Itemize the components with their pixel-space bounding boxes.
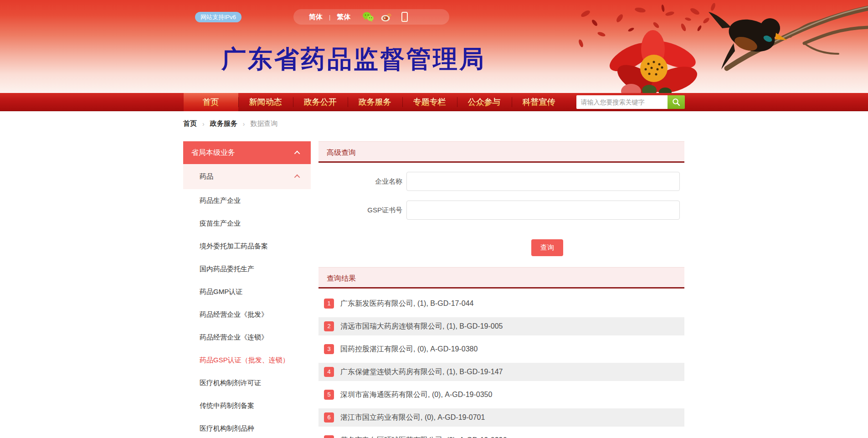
result-row[interactable]: 2 清远市国瑞大药房连锁有限公司, (1), B-GD-19-005 <box>318 317 684 335</box>
sidebar-group-drugs[interactable]: 药品 <box>183 164 311 189</box>
result-text[interactable]: 广东保健堂连锁大药房有限公司, (1), B-GD-19-147 <box>340 367 503 377</box>
wechat-icon[interactable] <box>362 11 374 23</box>
result-number-badge: 3 <box>324 344 334 354</box>
result-text[interactable]: 广东新发医药有限公司, (1), B-GD-17-044 <box>340 299 473 309</box>
sidebar-item[interactable]: 国内药品委托生产 <box>183 258 311 280</box>
result-number-badge: 4 <box>324 367 334 377</box>
result-text[interactable]: 茂名市电白区环球医药有限公司, (0), A-GD-19-0296 <box>340 436 507 438</box>
sidebar-item[interactable]: 传统中药制剂备案 <box>183 394 311 417</box>
site-search <box>576 95 685 109</box>
nav-item-label: 政务服务 <box>359 98 391 107</box>
company-name-row: 企业名称 <box>318 172 684 191</box>
advanced-query-section-header: 高级查询 <box>318 141 684 163</box>
sidebar-header-provincial-business[interactable]: 省局本级业务 <box>183 141 311 164</box>
result-row[interactable]: 7 茂名市电白区环球医药有限公司, (0), A-GD-19-0296 <box>318 431 684 438</box>
breadcrumb-current: 数据查询 <box>250 119 277 128</box>
gsp-cert-row: GSP证书号 <box>318 201 684 220</box>
result-row[interactable]: 4 广东保健堂连锁大药房有限公司, (1), B-GD-19-147 <box>318 363 684 381</box>
sidebar-item[interactable]: 药品经营企业《连锁》 <box>183 326 311 349</box>
sidebar-header-label: 省局本级业务 <box>191 148 235 158</box>
nav-item[interactable]: 科普宣传 <box>512 93 566 111</box>
query-form: 企业名称 GSP证书号 查询 <box>318 163 684 267</box>
nav-item[interactable]: 公众参与 <box>457 93 512 111</box>
nav-menu: 首页 新闻动态 政务公开 政务服务 专题专栏 公众 <box>184 93 566 111</box>
company-name-input[interactable] <box>406 172 680 191</box>
search-icon <box>672 98 680 106</box>
result-text[interactable]: 深圳市富海通医药有限公司, (0), A-GD-19-0350 <box>340 390 492 400</box>
result-text[interactable]: 国药控股湛江有限公司, (0), A-GD-19-0380 <box>340 345 478 354</box>
weibo-icon[interactable] <box>380 11 392 23</box>
breadcrumb-section[interactable]: 政务服务 <box>210 119 237 128</box>
nav-item[interactable]: 政务公开 <box>293 93 348 111</box>
sidebar-item[interactable]: 药品生产企业 <box>183 189 311 212</box>
nav-item-label: 政务公开 <box>304 98 337 107</box>
nav-item-label: 新闻动态 <box>249 98 282 107</box>
gsp-cert-input[interactable] <box>406 201 680 220</box>
main-content: 高级查询 企业名称 GSP证书号 查询 查询结果 1 广东新发医药有限公司, (… <box>318 141 684 438</box>
breadcrumb-separator: › <box>243 120 245 128</box>
nav-item[interactable]: 专题专栏 <box>402 93 457 111</box>
sidebar-item[interactable]: 医疗机构制剂品种 <box>183 417 311 438</box>
sidebar-item[interactable]: 境外委托加工药品备案 <box>183 235 311 258</box>
result-row[interactable]: 3 国药控股湛江有限公司, (0), A-GD-19-0380 <box>318 340 684 358</box>
results-section: 查询结果 1 广东新发医药有限公司, (1), B-GD-17-044 2 清远… <box>318 267 684 438</box>
sidebar-item[interactable]: 疫苗生产企业 <box>183 212 311 235</box>
chevron-up-icon <box>294 175 300 180</box>
result-number-badge: 2 <box>324 321 334 331</box>
query-submit-button[interactable]: 查询 <box>531 239 563 256</box>
breadcrumb: 首页 › 政务服务 › 数据查询 <box>183 119 277 128</box>
site-title: 广东省药品监督管理局 <box>221 43 486 76</box>
lang-separator: | <box>329 14 330 21</box>
result-row[interactable]: 5 深圳市富海通医药有限公司, (0), A-GD-19-0350 <box>318 386 684 404</box>
company-name-label: 企业名称 <box>318 177 406 186</box>
nav-item-label: 公众参与 <box>468 98 501 107</box>
nav-item[interactable]: 首页 <box>184 93 238 111</box>
social-icons <box>362 11 411 23</box>
result-row[interactable]: 6 湛江市国立药业有限公司, (0), A-GD-19-0701 <box>318 408 684 427</box>
main-nav: 首页 新闻动态 政务公开 政务服务 专题专栏 公众 <box>0 93 868 111</box>
query-results-section-header: 查询结果 <box>318 267 684 289</box>
nav-item[interactable]: 政务服务 <box>348 93 402 111</box>
nav-item-label: 首页 <box>203 98 219 107</box>
breadcrumb-home[interactable]: 首页 <box>183 119 197 128</box>
nav-item-label: 科普宣传 <box>523 98 555 107</box>
sidebar-group-label: 药品 <box>200 172 213 181</box>
ipv6-support-badge: 网站支持IPv6 <box>195 12 241 22</box>
lang-simplified-link[interactable]: 简体 <box>309 13 323 21</box>
search-input[interactable] <box>576 95 668 109</box>
breadcrumb-separator: › <box>202 120 205 128</box>
lang-traditional-link[interactable]: 繁体 <box>337 13 350 21</box>
nav-item-label: 专题专栏 <box>413 98 446 107</box>
result-text[interactable]: 湛江市国立药业有限公司, (0), A-GD-19-0701 <box>340 413 485 423</box>
sidebar-item[interactable]: 药品经营企业《批发》 <box>183 303 311 326</box>
sidebar: 省局本级业务 药品 药品生产企业 疫苗生产企业 境外委托加工药品备案 国内药品委… <box>183 141 311 438</box>
sidebar-item[interactable]: 医疗机构制剂许可证 <box>183 371 311 394</box>
mobile-icon[interactable] <box>399 11 411 23</box>
sidebar-menu: 药品生产企业 疫苗生产企业 境外委托加工药品备案 国内药品委托生产 药品GMP认… <box>183 189 311 438</box>
sidebar-item[interactable]: 药品GSP认证（批发、连锁） <box>183 349 311 371</box>
form-actions: 查询 <box>411 229 684 267</box>
chevron-up-icon <box>294 150 300 156</box>
gsp-cert-label: GSP证书号 <box>318 206 406 215</box>
result-number-badge: 1 <box>324 299 334 309</box>
flower-bird-decoration <box>576 0 868 93</box>
result-number-badge: 7 <box>324 435 334 438</box>
result-number-badge: 6 <box>324 412 334 423</box>
search-button[interactable] <box>668 95 685 109</box>
results-list: 1 广东新发医药有限公司, (1), B-GD-17-044 2 清远市国瑞大药… <box>318 294 684 438</box>
header-toolbar: 简体 | 繁体 <box>293 9 449 25</box>
result-text[interactable]: 清远市国瑞大药房连锁有限公司, (1), B-GD-19-005 <box>340 322 503 331</box>
result-number-badge: 5 <box>324 390 334 400</box>
site-header: 网站支持IPv6 简体 | 繁体 <box>0 0 868 93</box>
result-row[interactable]: 1 广东新发医药有限公司, (1), B-GD-17-044 <box>318 294 684 313</box>
sidebar-item[interactable]: 药品GMP认证 <box>183 280 311 303</box>
nav-item[interactable]: 新闻动态 <box>238 93 293 111</box>
